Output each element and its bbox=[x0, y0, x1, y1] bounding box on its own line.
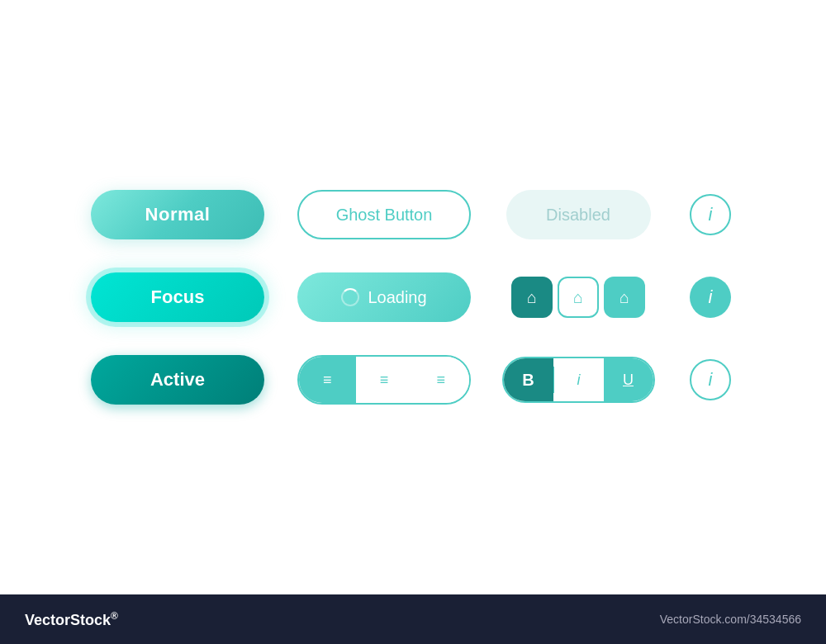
loading-label: Loading bbox=[368, 288, 426, 307]
ui-demo-grid: Normal Ghost Button Disabled i Focus Loa… bbox=[83, 178, 743, 417]
info-icon-outline-1[interactable]: i bbox=[690, 194, 731, 235]
align-right-button[interactable]: ≡ bbox=[412, 357, 469, 403]
info-icon-label-2: i bbox=[709, 286, 713, 308]
info-icon-filled[interactable]: i bbox=[690, 277, 731, 318]
house-icon-outline: ⌂ bbox=[573, 288, 583, 307]
align-center-button[interactable]: ≡ bbox=[356, 357, 413, 403]
main-content: Normal Ghost Button Disabled i Focus Loa… bbox=[0, 0, 826, 594]
registered-mark: ® bbox=[111, 610, 118, 622]
focus-button[interactable]: Focus bbox=[91, 272, 264, 322]
normal-button[interactable]: Normal bbox=[91, 190, 264, 239]
ghost-button[interactable]: Ghost Button bbox=[297, 190, 471, 239]
info-icon-label: i bbox=[709, 204, 713, 225]
align-left-icon: ≡ bbox=[323, 372, 332, 389]
house-icon-group: ⌂ ⌂ ⌂ bbox=[511, 277, 645, 318]
footer-url: VectorStock.com/34534566 bbox=[660, 613, 801, 626]
loading-spinner bbox=[341, 288, 359, 306]
info-icon-outline-3[interactable]: i bbox=[690, 359, 731, 400]
align-center-icon: ≡ bbox=[380, 372, 389, 389]
house-icon-dark: ⌂ bbox=[527, 288, 537, 307]
brand-logo: VectorStock® bbox=[25, 610, 118, 629]
italic-icon: i bbox=[577, 372, 581, 389]
align-right-icon: ≡ bbox=[436, 372, 445, 389]
underline-icon: U bbox=[623, 372, 634, 389]
house-button-outline[interactable]: ⌂ bbox=[558, 277, 599, 318]
format-button-group: B i U bbox=[502, 357, 655, 403]
align-left-button[interactable]: ≡ bbox=[299, 357, 356, 403]
italic-button[interactable]: i bbox=[554, 358, 604, 401]
bold-button[interactable]: B bbox=[504, 358, 553, 401]
align-button-group: ≡ ≡ ≡ bbox=[297, 355, 471, 405]
house-button-dark[interactable]: ⌂ bbox=[511, 277, 553, 318]
house-icon-teal: ⌂ bbox=[620, 288, 629, 307]
house-button-teal[interactable]: ⌂ bbox=[604, 277, 645, 318]
disabled-button: Disabled bbox=[506, 190, 651, 239]
loading-button[interactable]: Loading bbox=[297, 272, 471, 322]
active-button[interactable]: Active bbox=[91, 355, 264, 405]
underline-button[interactable]: U bbox=[604, 358, 653, 401]
bold-icon: B bbox=[522, 371, 534, 390]
footer: VectorStock® VectorStock.com/34534566 bbox=[0, 594, 826, 644]
brand-name: VectorStock bbox=[25, 612, 111, 628]
info-icon-label-3: i bbox=[709, 369, 713, 391]
